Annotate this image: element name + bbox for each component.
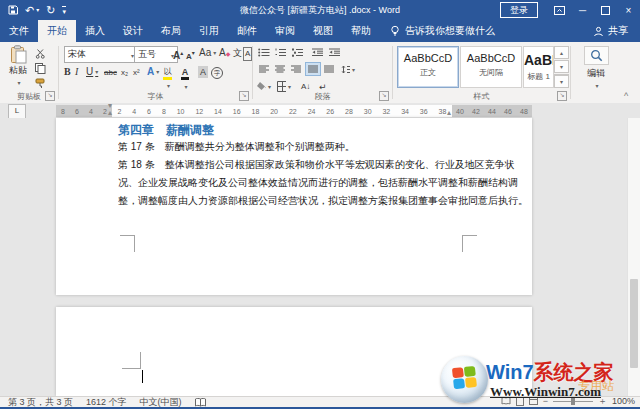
editing-button[interactable]: 编辑: [579, 46, 613, 90]
font-size-combobox[interactable]: 五号: [134, 46, 178, 63]
grow-font-button[interactable]: A▴: [173, 47, 183, 62]
zoom-out-icon[interactable]: −: [543, 396, 548, 406]
shrink-font-button[interactable]: A▾: [186, 47, 195, 63]
ribbon-tab[interactable]: 开始: [38, 20, 76, 42]
ribbon-tab[interactable]: 审阅: [266, 20, 304, 42]
tab-stop-selector[interactable]: L: [8, 104, 26, 119]
increase-indent-icon[interactable]: [328, 46, 342, 58]
italic-button[interactable]: I: [75, 66, 78, 78]
document-page[interactable]: [56, 307, 532, 396]
change-case-button[interactable]: Aa: [199, 47, 216, 59]
underline-button[interactable]: U: [86, 66, 98, 78]
lightbulb-icon: [390, 25, 400, 37]
ruler-left-margin: 8642: [56, 105, 112, 117]
ribbon-tab[interactable]: 设计: [114, 20, 152, 42]
font-color-button[interactable]: A: [181, 66, 189, 93]
clear-formatting-button[interactable]: A◆: [219, 47, 230, 60]
character-border-button[interactable]: A: [243, 47, 252, 61]
superscript-button[interactable]: x²: [133, 67, 140, 79]
copy-icon[interactable]: [33, 62, 47, 74]
print-layout-icon[interactable]: [516, 397, 524, 406]
share-button[interactable]: 共享: [593, 20, 628, 42]
save-icon[interactable]: [8, 5, 18, 15]
redo-icon[interactable]: ↻: [46, 5, 55, 16]
styles-scroll-up-icon[interactable]: ▴: [554, 46, 569, 59]
ribbon-tab[interactable]: 文件: [0, 20, 38, 42]
proofing-book-icon[interactable]: [195, 398, 206, 407]
hanging-indent-marker[interactable]: ▴: [108, 110, 112, 116]
language-indicator[interactable]: 中文(中国): [140, 396, 182, 409]
font-dialog-launcher-icon[interactable]: ↘: [239, 91, 249, 101]
styles-group-label: 样式: [393, 91, 570, 102]
ruler-number: 22: [289, 108, 297, 115]
horizontal-ruler[interactable]: 8642 2468101214161820222426283032343638 …: [56, 105, 532, 117]
decrease-indent-icon[interactable]: [311, 46, 325, 58]
read-mode-icon[interactable]: [501, 397, 511, 405]
styles-gallery-arrows: ▴ ▾ ▾: [554, 46, 569, 89]
style-card[interactable]: AaBbCcD 正文: [397, 46, 459, 88]
ruler-number: 42: [472, 108, 480, 115]
cut-icon[interactable]: [33, 47, 47, 59]
ruler-number: 8: [162, 108, 166, 115]
ruler-number: 36: [420, 108, 428, 115]
ribbon-tab[interactable]: 布局: [152, 20, 190, 42]
enclose-characters-button[interactable]: 字: [211, 66, 223, 79]
close-button[interactable]: ×: [617, 0, 640, 20]
customize-quick-access-icon[interactable]: ▾: [62, 6, 66, 15]
distributed-icon[interactable]: [322, 63, 336, 75]
right-indent-marker[interactable]: ▴: [447, 110, 451, 116]
font-size-value: 五号: [138, 48, 169, 61]
minimize-button[interactable]: ─: [571, 0, 594, 20]
page-indicator[interactable]: 第 3 页，共 3 页: [8, 396, 73, 409]
bold-button[interactable]: B: [64, 66, 71, 78]
styles-more-icon[interactable]: ▾: [554, 74, 569, 88]
zoom-level[interactable]: 100%: [612, 396, 635, 406]
zoom-slider[interactable]: [553, 401, 593, 402]
ribbon-tab[interactable]: 视图: [304, 20, 342, 42]
style-card[interactable]: AaBI 标题 1: [523, 46, 554, 88]
zoom-in-icon[interactable]: ＋: [598, 395, 607, 408]
zoom-slider-thumb[interactable]: [571, 398, 575, 405]
format-painter-icon[interactable]: [33, 77, 47, 89]
vertical-scrollbar[interactable]: [627, 118, 640, 396]
style-card[interactable]: AaBbCcD 无间隔: [460, 46, 522, 88]
multilevel-list-icon[interactable]: [291, 46, 305, 58]
phonetic-guide-button[interactable]: 文: [233, 47, 242, 59]
tell-me-box[interactable]: 告诉我你想要做什么: [390, 20, 495, 42]
font-name-combobox[interactable]: 宋体: [64, 46, 138, 63]
word-count[interactable]: 1612 个字: [86, 396, 127, 409]
undo-icon[interactable]: ↶: [25, 5, 39, 16]
scrollbar-thumb[interactable]: [630, 279, 638, 368]
clipboard-dialog-launcher-icon[interactable]: ↘: [45, 91, 55, 101]
align-center-icon[interactable]: [273, 63, 287, 75]
highlight-color-button[interactable]: 以: [163, 66, 172, 92]
collapse-ribbon-icon[interactable]: ^: [624, 91, 628, 101]
numbering-icon[interactable]: [274, 46, 288, 58]
subscript-button[interactable]: x₂: [121, 67, 128, 79]
ruler-number: 32: [382, 108, 390, 115]
ruler-number: 4: [89, 108, 93, 115]
align-right-icon[interactable]: [289, 63, 303, 75]
styles-dialog-launcher-icon[interactable]: ↘: [557, 91, 567, 101]
ribbon-display-options-icon[interactable]: [548, 0, 571, 20]
ribbon-tab[interactable]: 插入: [76, 20, 114, 42]
ruler-number: 2: [103, 108, 107, 115]
ribbon-tab[interactable]: 邮件: [228, 20, 266, 42]
align-left-icon[interactable]: [257, 63, 271, 75]
character-shading-button[interactable]: A: [198, 66, 208, 78]
justify-icon[interactable]: [305, 62, 321, 76]
sign-in-button[interactable]: 登录: [500, 2, 538, 18]
web-layout-icon[interactable]: [529, 397, 538, 405]
strikethrough-button[interactable]: abc: [104, 67, 117, 79]
styles-scroll-down-icon[interactable]: ▾: [554, 60, 569, 73]
bullets-icon[interactable]: [257, 46, 271, 58]
ribbon-tab[interactable]: 引用: [190, 20, 228, 42]
maximize-button[interactable]: [594, 0, 617, 20]
font-name-value: 宋体: [68, 48, 129, 61]
line-spacing-icon[interactable]: [341, 63, 355, 75]
text-effects-button[interactable]: A: [147, 66, 159, 78]
paste-button[interactable]: 粘贴: [4, 45, 32, 87]
paragraph-dialog-launcher-icon[interactable]: ↘: [379, 91, 389, 101]
ribbon-tab[interactable]: 帮助: [342, 20, 380, 42]
document-page[interactable]: 第四章 薪酬调整 第 17 条 薪酬调整共分为整体调整和个别调整两种。第 18 …: [56, 118, 532, 295]
